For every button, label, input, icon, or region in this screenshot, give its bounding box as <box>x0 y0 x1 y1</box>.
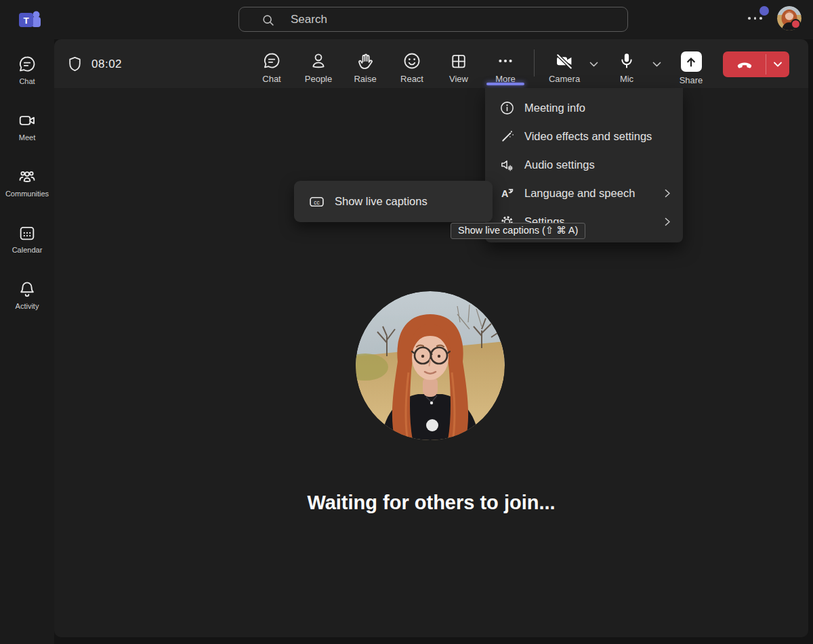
search-bar[interactable] <box>238 7 628 32</box>
notification-dot <box>759 6 769 16</box>
app-sidebar: Chat Meet Communities <box>0 39 54 644</box>
menu-item-language-speech[interactable]: A Language and speech <box>485 179 683 207</box>
chevron-down-icon <box>589 60 599 69</box>
sidebar-item-label: Activity <box>16 302 39 310</box>
presence-badge <box>791 19 801 29</box>
sidebar-item-label: Chat <box>19 77 35 85</box>
calendar-icon <box>18 223 37 242</box>
meeting-stage: 08:02 Chat People <box>54 39 808 637</box>
camera-options-chevron[interactable] <box>589 60 601 72</box>
chevron-down-icon <box>772 60 783 69</box>
more-button[interactable]: More <box>483 43 528 85</box>
participant-avatar <box>356 291 505 440</box>
bell-icon <box>18 280 37 299</box>
sidebar-item-chat[interactable]: Chat <box>0 42 54 98</box>
raise-hand-button[interactable]: Raise <box>343 43 388 85</box>
active-tab-underline <box>486 83 524 85</box>
chevron-right-icon <box>665 217 671 226</box>
sidebar-item-label: Calendar <box>12 246 43 254</box>
menu-item-video-effects[interactable]: Video effects and settings <box>485 122 683 150</box>
phone-hangup-icon <box>736 56 753 73</box>
info-icon <box>499 100 515 116</box>
shield-icon <box>66 56 83 72</box>
raised-hand-icon <box>356 51 375 70</box>
teams-logo-icon: T <box>18 9 42 30</box>
mic-options-chevron[interactable] <box>652 60 664 72</box>
search-icon <box>261 13 276 28</box>
sidebar-item-activity[interactable]: Activity <box>0 267 54 323</box>
chat-icon <box>18 55 37 74</box>
view-button[interactable]: View <box>436 43 481 85</box>
video-camera-icon <box>18 111 37 130</box>
menu-item-meeting-info[interactable]: Meeting info <box>485 93 683 122</box>
hang-up-button[interactable] <box>723 51 766 77</box>
chat-button[interactable]: Chat <box>249 43 294 85</box>
chevron-right-icon <box>665 189 671 198</box>
share-screen-icon <box>681 51 702 72</box>
grid-icon <box>449 51 468 70</box>
teams-meeting-window: T <box>0 0 813 644</box>
top-bar: T <box>0 0 813 39</box>
svg-text:T: T <box>23 16 29 26</box>
translate-icon: A <box>499 186 515 201</box>
closed-captions-icon: cc <box>308 193 325 210</box>
menu-item-audio-settings[interactable]: Audio settings <box>485 150 683 179</box>
sidebar-item-communities[interactable]: Communities <box>0 154 54 211</box>
sidebar-item-label: Communities <box>5 190 49 198</box>
person-icon <box>309 51 328 70</box>
end-call-options-button[interactable] <box>766 51 789 77</box>
waiting-message: Waiting for others to join... <box>54 492 808 514</box>
more-menu: Meeting info Video effects and settings … <box>485 88 683 242</box>
svg-text:A: A <box>501 188 507 199</box>
sidebar-item-meet[interactable]: Meet <box>0 98 54 154</box>
show-live-captions-item[interactable]: cc Show live captions <box>294 181 493 222</box>
ellipsis-icon <box>496 51 515 70</box>
mic-button[interactable]: Mic <box>604 43 649 85</box>
sidebar-item-label: Meet <box>19 133 35 142</box>
svg-text:cc: cc <box>314 199 319 206</box>
end-call-split-button <box>723 51 789 77</box>
sidebar-item-calendar[interactable]: Calendar <box>0 211 54 267</box>
camera-off-icon <box>554 51 575 70</box>
meeting-timer: 08:02 <box>91 58 122 71</box>
react-button[interactable]: React <box>390 43 434 85</box>
microphone-icon <box>617 51 636 70</box>
smiley-icon <box>402 51 421 70</box>
search-input[interactable] <box>291 13 602 26</box>
chevron-down-icon <box>652 60 662 69</box>
chat-bubble-icon <box>262 51 281 70</box>
toolbar-divider <box>534 49 535 77</box>
people-group-icon <box>18 167 37 186</box>
speaker-gear-icon <box>499 157 515 173</box>
people-button[interactable]: People <box>296 43 341 85</box>
shortcut-tooltip: Show live captions (⇧ ⌘ A) <box>451 223 585 239</box>
meeting-toolbar: 08:02 Chat People <box>54 39 808 88</box>
share-button[interactable]: Share <box>669 43 713 85</box>
wand-icon <box>499 129 515 144</box>
camera-button[interactable]: Camera <box>542 43 587 85</box>
